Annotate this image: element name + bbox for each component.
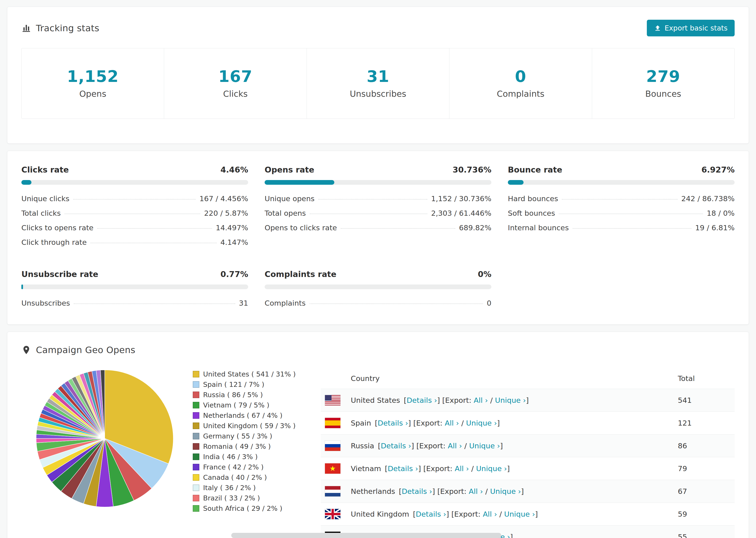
rates-card: Clicks rate 4.46% Unique clicks 167 / 4.…: [7, 151, 749, 325]
dotted-leader: [318, 199, 427, 199]
legend-item[interactable]: France ( 42 / 2% ): [193, 462, 303, 472]
export-all-link[interactable]: All ›: [445, 419, 459, 427]
legend-item[interactable]: Brazil ( 33 / 2% ): [193, 493, 303, 503]
export-all-link[interactable]: All ›: [455, 464, 469, 473]
rate-detail-row: Click through rate 4.147%: [21, 235, 248, 249]
country-name: Russia: [351, 442, 374, 450]
geo-table-row: Spain [Details ›] [Export: All › / Uniqu…: [321, 412, 735, 435]
dotted-leader: [573, 228, 691, 229]
legend-item[interactable]: Russia ( 86 / 5% ): [193, 390, 303, 400]
geo-body: United States ( 541 / 31% ) Spain ( 121 …: [21, 368, 735, 538]
legend-item[interactable]: Romania ( 49 / 3% ): [193, 441, 303, 452]
country-flag-icon: [325, 509, 341, 519]
geo-opens-pie-chart[interactable]: [34, 368, 175, 509]
export-unique-link[interactable]: Unique ›: [476, 464, 507, 473]
legend-color-swatch: [193, 443, 199, 450]
rate-detail-value: 31: [239, 299, 248, 307]
legend-color-swatch: [193, 392, 199, 398]
rate-progress-fill: [21, 285, 23, 289]
country-flag-icon: [325, 395, 341, 405]
dotted-leader: [309, 303, 483, 304]
legend-color-swatch: [193, 422, 199, 429]
stat-cell: 167 Clicks: [164, 48, 307, 119]
rate-block: Complaints rate 0% Complaints 0: [265, 269, 491, 310]
rate-detail-label: Complaints: [265, 299, 306, 307]
legend-color-swatch: [193, 402, 199, 408]
geo-opens-title: Campaign Geo Opens: [36, 345, 135, 355]
legend-item[interactable]: United Kingdom ( 59 / 3% ): [193, 421, 303, 431]
country-flag-icon: [325, 441, 341, 451]
rate-detail-label: Internal bounces: [508, 224, 569, 232]
total-column-header: Total: [674, 368, 735, 389]
stat-value: 31: [307, 67, 449, 86]
legend-label: South Africa ( 29 / 2% ): [203, 505, 283, 512]
horizontal-scrollbar[interactable]: [231, 533, 501, 538]
rate-detail-label: Clicks to opens rate: [21, 224, 93, 232]
rate-detail-row: Total opens 2,303 / 61.446%: [265, 206, 491, 220]
rate-progress-fill: [21, 180, 31, 185]
legend-label: Netherlands ( 67 / 4% ): [203, 411, 283, 419]
legend-item[interactable]: Italy ( 36 / 2% ): [193, 483, 303, 493]
dotted-leader: [341, 228, 455, 229]
stat-label: Complaints: [449, 89, 592, 99]
rate-detail-label: Unsubscribes: [21, 299, 70, 307]
legend-item[interactable]: India ( 46 / 3% ): [193, 452, 303, 462]
legend-color-swatch: [193, 454, 199, 460]
rate-progress-fill: [265, 180, 334, 185]
export-button-label: Export basic stats: [665, 24, 728, 32]
bar-chart-icon: [21, 23, 31, 33]
legend-item[interactable]: Canada ( 40 / 2% ): [193, 472, 303, 483]
rate-detail-label: Unique clicks: [21, 194, 70, 203]
rate-detail-value: 14.497%: [216, 224, 248, 232]
country-total: 541: [674, 389, 735, 412]
details-link[interactable]: Details ›: [378, 419, 408, 427]
legend-item[interactable]: United States ( 541 / 31% ): [193, 369, 303, 379]
stat-label: Unsubscribes: [307, 89, 449, 99]
legend-color-swatch: [193, 433, 199, 439]
export-unique-link[interactable]: Unique ›: [504, 510, 535, 518]
details-link[interactable]: Details ›: [402, 487, 432, 496]
rate-detail-row: Internal bounces 19 / 6.81%: [508, 220, 735, 235]
export-unique-link[interactable]: Unique ›: [466, 419, 497, 427]
legend-item[interactable]: South Africa ( 29 / 2% ): [193, 503, 303, 513]
export-basic-stats-button[interactable]: Export basic stats: [647, 20, 735, 36]
rate-detail-row: Unsubscribes 31: [21, 296, 248, 310]
export-unique-link[interactable]: Unique ›: [469, 442, 500, 450]
export-unique-link[interactable]: Unique ›: [490, 487, 521, 496]
legend-item[interactable]: Netherlands ( 67 / 4% ): [193, 410, 303, 421]
country-name: United States: [351, 396, 400, 404]
legend-color-swatch: [193, 484, 199, 491]
legend-label: United States ( 541 / 31% ): [203, 370, 296, 378]
legend-color-swatch: [193, 412, 199, 419]
geo-table-header-row: Country Total: [321, 368, 735, 389]
legend-label: Spain ( 121 / 7% ): [203, 381, 264, 389]
legend-item[interactable]: Germany ( 55 / 3% ): [193, 431, 303, 441]
details-link[interactable]: Details ›: [406, 396, 437, 404]
legend-label: Brazil ( 33 / 2% ): [203, 494, 260, 502]
stats-summary-row: 1,152 Opens 167 Clicks 31 Unsubscribes 0…: [21, 48, 735, 119]
geo-opens-table: Country Total United States [Details ›] …: [321, 368, 735, 538]
export-all-link[interactable]: All ›: [473, 396, 488, 404]
details-link[interactable]: Details ›: [381, 442, 411, 450]
legend-label: Canada ( 40 / 2% ): [203, 473, 267, 481]
export-all-link[interactable]: All ›: [469, 487, 483, 496]
legend-label: Germany ( 55 / 3% ): [203, 432, 272, 440]
rate-detail-value: 1,152 / 30.736%: [431, 194, 491, 203]
rate-detail-label: Unique opens: [265, 194, 315, 203]
export-all-link[interactable]: All ›: [448, 442, 462, 450]
export-all-link[interactable]: All ›: [483, 510, 497, 518]
dashboard-page: Tracking stats Export basic stats 1,152 …: [0, 0, 756, 538]
export-unique-link[interactable]: Unique ›: [495, 396, 526, 404]
legend-item[interactable]: Spain ( 121 / 7% ): [193, 379, 303, 390]
rate-detail-row: Clicks to opens rate 14.497%: [21, 220, 248, 235]
rate-detail-value: 167 / 4.456%: [199, 194, 248, 203]
details-link[interactable]: Details ›: [388, 464, 418, 473]
rate-value: 0%: [478, 269, 491, 279]
legend-item[interactable]: Vietnam ( 79 / 5% ): [193, 400, 303, 410]
campaign-geo-opens-card: Campaign Geo Opens United States ( 541 /…: [7, 332, 749, 538]
location-pin-icon: [21, 345, 31, 355]
details-link[interactable]: Details ›: [416, 510, 446, 518]
legend-color-swatch: [193, 505, 199, 512]
legend-label: Vietnam ( 79 / 5% ): [203, 401, 269, 409]
legend-color-swatch: [193, 464, 199, 470]
